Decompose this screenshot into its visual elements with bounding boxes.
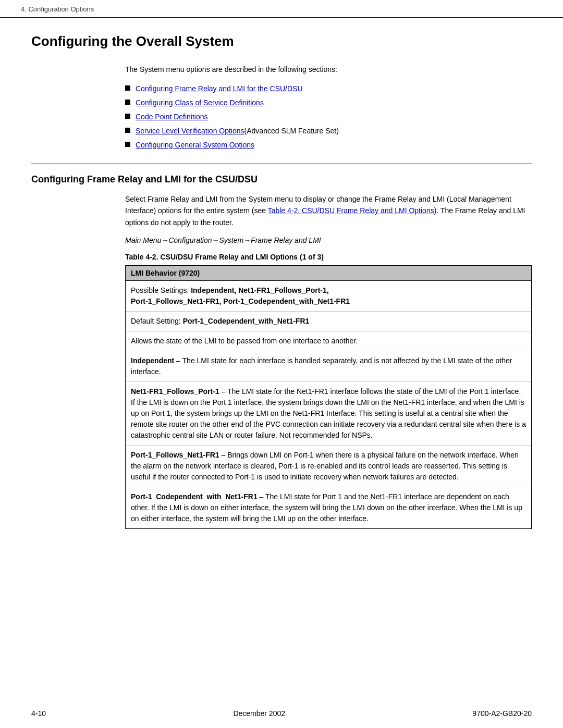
list-item: Configuring General System Options (125, 140, 532, 151)
intro-text: The System menu options are described in… (125, 64, 532, 75)
link-general[interactable]: Configuring General System Options (136, 140, 254, 151)
slv-suffix: (Advanced SLM Feature Set) (244, 126, 339, 137)
port1follows-bold: Port-1_Follows_Net1-FR1 (131, 451, 219, 459)
codependent-bold: Port-1_Codependent_with_Net1-FR1 (131, 492, 258, 501)
breadcrumb: 4. Configuration Options (21, 5, 94, 13)
list-item: Service Level Verification Options (Adva… (125, 126, 532, 137)
default-bold: Port-1_Codependent_with_Net1-FR1 (183, 317, 310, 325)
table-row-net1fr1: Net1-FR1_Follows_Port-1 – The LMI state … (126, 382, 531, 446)
independent-bold: Independent (131, 356, 174, 365)
possible-bold: Independent, Net1-FR1_Follows_Port-1,Por… (131, 286, 350, 305)
list-item: Configuring Class of Service Definitions (125, 97, 532, 108)
table-link[interactable]: Table 4-2, CSU/DSU Frame Relay and LMI O… (268, 206, 434, 215)
header-bar: 4. Configuration Options (0, 0, 563, 18)
bullet-list: Configuring Frame Relay and LMI for the … (125, 83, 532, 151)
footer-center: December 2002 (233, 709, 285, 718)
table-row-codependent: Port-1_Codependent_with_Net1-FR1 – The L… (126, 487, 531, 528)
list-item: Code Point Definitions (125, 112, 532, 122)
table-caption: Table 4-2. CSU/DSU Frame Relay and LMI O… (125, 253, 532, 261)
footer-right: 9700-A2-GB20-20 (472, 709, 532, 718)
bullet-icon (125, 100, 130, 105)
lmi-table: LMI Behavior (9720) Possible Settings: I… (125, 265, 532, 529)
section1-heading: Configuring Frame Relay and LMI for the … (31, 174, 532, 185)
footer: 4-10 December 2002 9700-A2-GB20-20 (0, 709, 563, 718)
page: 4. Configuration Options Configuring the… (0, 0, 563, 728)
divider (31, 163, 532, 164)
link-frame-relay[interactable]: Configuring Frame Relay and LMI for the … (136, 83, 303, 94)
table-row-allows: Allows the state of the LMI to be passed… (126, 331, 531, 351)
table-row-independent: Independent – The LMI state for each int… (126, 351, 531, 382)
bullet-icon (125, 114, 130, 119)
section1-body: Select Frame Relay and LMI from the Syst… (125, 193, 532, 246)
table-row-possible: Possible Settings: Independent, Net1-FR1… (126, 281, 531, 312)
footer-left: 4-10 (31, 709, 46, 718)
main-content: Configuring the Overall System The Syste… (0, 18, 563, 560)
bullet-icon (125, 85, 130, 91)
net1fr1-bold: Net1-FR1_Follows_Port-1 (131, 387, 219, 396)
table-row-default: Default Setting: Port-1_Codependent_with… (126, 312, 531, 331)
page-title: Configuring the Overall System (31, 33, 532, 50)
list-item: Configuring Frame Relay and LMI for the … (125, 83, 532, 94)
bullet-icon (125, 128, 130, 133)
nav-path: Main Menu→Configuration→System→Frame Rel… (125, 235, 532, 246)
link-cos[interactable]: Configuring Class of Service Definitions (136, 97, 264, 108)
section1-para1: Select Frame Relay and LMI from the Syst… (125, 193, 532, 228)
link-slv[interactable]: Service Level Verification Options (136, 126, 244, 137)
table-row-port1follows: Port-1_Follows_Net1-FR1 – Brings down LM… (126, 446, 531, 487)
bullet-icon (125, 142, 130, 147)
table-header: LMI Behavior (9720) (126, 266, 531, 281)
link-code-point[interactable]: Code Point Definitions (136, 112, 208, 122)
